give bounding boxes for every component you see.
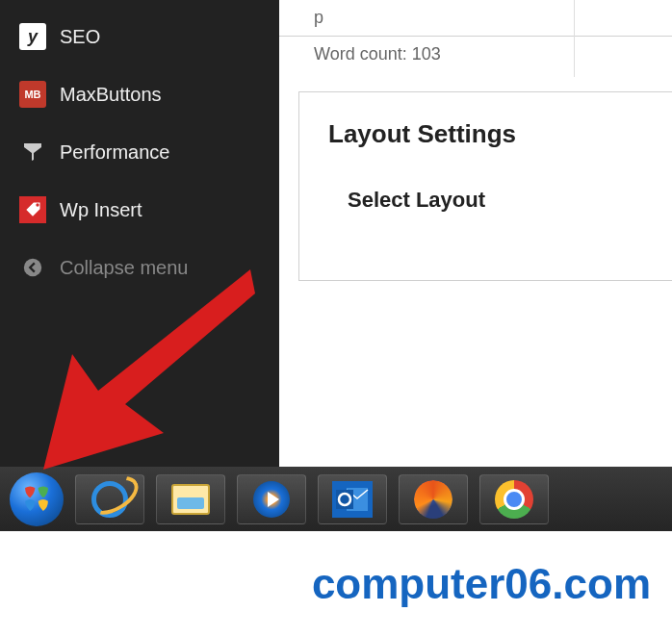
svg-point-0 bbox=[24, 259, 41, 276]
watermark-text: computer06.com bbox=[291, 543, 672, 625]
sidebar-item-seo[interactable]: SEO bbox=[0, 8, 279, 65]
taskbar-chrome[interactable] bbox=[479, 474, 549, 524]
collapse-icon bbox=[19, 254, 46, 281]
seo-icon bbox=[19, 23, 46, 50]
wp-insert-icon bbox=[19, 196, 46, 223]
sidebar-item-label: MaxButtons bbox=[60, 84, 162, 106]
windows-taskbar bbox=[0, 467, 672, 531]
folder-icon bbox=[171, 484, 210, 515]
wp-admin-sidebar: SEO MB MaxButtons Performance Wp Insert … bbox=[0, 0, 279, 531]
sidebar-item-label: Performance bbox=[60, 141, 170, 164]
sidebar-item-wpinsert[interactable]: Wp Insert bbox=[0, 181, 279, 239]
layout-settings-meta-box: Layout Settings Select Layout bbox=[298, 91, 672, 281]
performance-icon bbox=[19, 139, 46, 166]
word-count-label: Word count: 103 bbox=[279, 36, 672, 72]
sidebar-item-performance[interactable]: Performance bbox=[0, 123, 279, 181]
ie-icon bbox=[91, 481, 128, 518]
sidebar-item-label: Collapse menu bbox=[60, 257, 188, 279]
media-player-icon bbox=[253, 481, 290, 518]
taskbar-file-explorer[interactable] bbox=[156, 474, 225, 524]
layout-settings-heading: Layout Settings bbox=[328, 119, 643, 149]
taskbar-firefox[interactable] bbox=[399, 474, 468, 524]
sidebar-item-label: SEO bbox=[60, 26, 100, 48]
start-button[interactable] bbox=[10, 472, 64, 526]
sidebar-item-maxbuttons[interactable]: MB MaxButtons bbox=[0, 65, 279, 123]
maxbuttons-icon: MB bbox=[19, 81, 46, 108]
sidebar-item-collapse[interactable]: Collapse menu bbox=[0, 239, 279, 296]
outlook-icon bbox=[332, 481, 373, 518]
editor-selector: p bbox=[279, 0, 672, 36]
taskbar-media-player[interactable] bbox=[237, 474, 306, 524]
select-layout-label: Select Layout bbox=[328, 188, 643, 213]
sidebar-item-label: Wp Insert bbox=[60, 199, 142, 221]
firefox-icon bbox=[414, 480, 452, 519]
taskbar-internet-explorer[interactable] bbox=[75, 474, 144, 524]
chrome-icon bbox=[495, 480, 533, 519]
taskbar-outlook[interactable] bbox=[318, 474, 387, 524]
content-pane: p Word count: 103 Layout Settings Select… bbox=[279, 0, 672, 531]
